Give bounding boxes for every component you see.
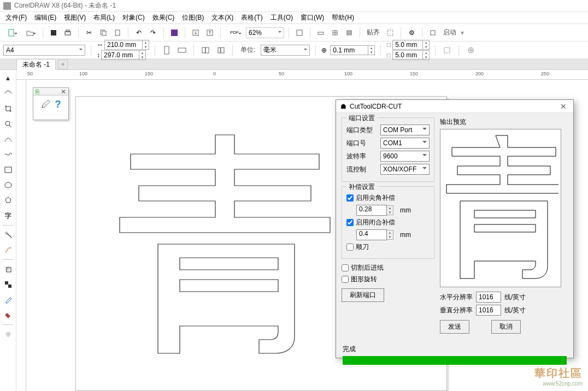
grid-button[interactable] bbox=[329, 27, 341, 39]
dup-y-input[interactable]: 5.0 mm bbox=[392, 50, 423, 60]
menu-file[interactable]: 文件(F) bbox=[5, 13, 27, 22]
send-button[interactable]: 发送 bbox=[440, 320, 469, 334]
dup-x-input[interactable]: 5.0 mm bbox=[392, 40, 423, 50]
menu-layout[interactable]: 布局(L) bbox=[93, 13, 115, 22]
dialog-titlebar[interactable]: ☗CutToolCDR-CUT ✕ bbox=[336, 100, 573, 113]
page-width-spinner[interactable]: ▲▼ bbox=[143, 40, 149, 50]
sharp-comp-check[interactable] bbox=[346, 194, 354, 202]
units-combo[interactable]: 毫米 bbox=[261, 45, 310, 56]
shadow-tool[interactable] bbox=[2, 263, 14, 275]
followknife-check[interactable] bbox=[346, 244, 354, 251]
menu-edit[interactable]: 编辑(E) bbox=[34, 13, 56, 22]
parallel-tool[interactable] bbox=[2, 229, 14, 241]
sharp-value-input[interactable]: 0.28 bbox=[356, 205, 387, 216]
transparency-tool[interactable] bbox=[2, 279, 14, 291]
page-height-spinner[interactable]: ▲▼ bbox=[139, 50, 146, 60]
menu-effects[interactable]: 效果(C) bbox=[152, 13, 175, 22]
shape-tool[interactable] bbox=[2, 87, 14, 99]
more-tools[interactable]: ⊕ bbox=[2, 328, 14, 340]
sharp-spinner[interactable]: ▲▼ bbox=[387, 205, 393, 215]
zoom-combo[interactable]: 62% bbox=[246, 27, 284, 38]
fullscreen-button[interactable] bbox=[293, 27, 305, 39]
menu-window[interactable]: 窗口(W) bbox=[301, 13, 324, 22]
fill-tool[interactable] bbox=[2, 309, 14, 321]
eyedropper-tool[interactable] bbox=[2, 294, 14, 306]
undo-button[interactable]: ↶ bbox=[133, 27, 145, 39]
search-button[interactable] bbox=[168, 27, 180, 39]
pdf-button[interactable]: PDF bbox=[225, 27, 244, 39]
redo-button[interactable]: ↷ bbox=[147, 27, 159, 39]
nudge-input[interactable]: 0.1 mm bbox=[330, 45, 368, 55]
dup-y-spinner[interactable]: ▲▼ bbox=[423, 50, 430, 60]
options-button[interactable]: ⚙ bbox=[405, 27, 418, 39]
svg-rect-10 bbox=[297, 30, 302, 35]
feed-check[interactable] bbox=[342, 264, 349, 271]
pick-tool[interactable]: ▲ bbox=[2, 72, 14, 84]
flow-select[interactable]: XON/XOFF bbox=[380, 164, 430, 175]
add-button[interactable]: ⊕ bbox=[464, 44, 477, 56]
portrait-button[interactable] bbox=[161, 44, 173, 56]
print-button[interactable] bbox=[62, 27, 74, 39]
dup-x-spinner[interactable]: ▲▼ bbox=[423, 40, 430, 50]
port-number-select[interactable]: COM1 bbox=[380, 138, 430, 149]
palette-header[interactable]: ⎘✕ bbox=[33, 88, 68, 96]
close-spinner[interactable]: ▲▼ bbox=[387, 230, 393, 240]
snap-label[interactable]: 贴齐 bbox=[367, 28, 380, 37]
cancel-button[interactable]: 取消 bbox=[491, 320, 521, 334]
menu-object[interactable]: 对象(C) bbox=[122, 13, 145, 22]
hres-input[interactable] bbox=[476, 292, 501, 303]
port-type-select[interactable]: COM Port bbox=[380, 125, 430, 135]
copy-button[interactable] bbox=[97, 27, 109, 39]
rotate-check[interactable] bbox=[342, 276, 349, 283]
palette-pin-icon[interactable]: ⎘ bbox=[36, 88, 39, 95]
floating-palette[interactable]: ⎘✕ 🖊 ? bbox=[33, 87, 69, 120]
plugin-help-icon[interactable]: ? bbox=[55, 99, 61, 110]
menu-view[interactable]: 视图(V) bbox=[64, 13, 86, 22]
rectangle-tool[interactable] bbox=[2, 164, 14, 176]
close-comp-check[interactable] bbox=[346, 219, 354, 226]
vres-input[interactable] bbox=[476, 305, 501, 316]
landscape-button[interactable] bbox=[176, 44, 188, 56]
menu-text[interactable]: 文本(X) bbox=[211, 13, 233, 22]
paper-size-combo[interactable]: A4 bbox=[3, 45, 85, 56]
paste-button[interactable] bbox=[111, 27, 124, 39]
menu-tools[interactable]: 工具(O) bbox=[271, 13, 293, 22]
menu-table[interactable]: 表格(T) bbox=[241, 13, 262, 22]
snap-options[interactable] bbox=[384, 27, 396, 39]
launch-label[interactable]: 启动 bbox=[443, 28, 456, 37]
add-doc-tab[interactable]: + bbox=[58, 60, 68, 69]
text-tool[interactable]: 字 bbox=[2, 210, 14, 222]
nudge-spinner[interactable]: ▲▼ bbox=[368, 45, 375, 55]
close-value-input[interactable]: 0.4 bbox=[356, 229, 387, 240]
zoom-tool[interactable] bbox=[2, 118, 14, 130]
launch-button[interactable] bbox=[427, 27, 439, 39]
connector-tool[interactable] bbox=[2, 244, 14, 256]
svg-rect-6 bbox=[115, 30, 120, 35]
artistic-tool[interactable] bbox=[2, 149, 14, 161]
baud-select[interactable]: 9600 bbox=[380, 151, 430, 162]
polygon-tool[interactable] bbox=[2, 194, 14, 206]
crop-tool[interactable] bbox=[2, 103, 14, 115]
new-button[interactable] bbox=[3, 27, 20, 39]
all-pages-button[interactable] bbox=[199, 44, 211, 56]
menu-bitmap[interactable]: 位图(B) bbox=[182, 13, 204, 22]
ellipse-tool[interactable] bbox=[2, 179, 14, 191]
dialog-close-button[interactable]: ✕ bbox=[560, 102, 569, 111]
plugin-tool-icon[interactable]: 🖊 bbox=[41, 99, 51, 110]
open-button[interactable] bbox=[22, 27, 38, 39]
document-tab[interactable]: 未命名 -1 bbox=[16, 59, 56, 70]
rulers-button[interactable] bbox=[315, 27, 327, 39]
guides-button[interactable] bbox=[343, 27, 355, 39]
cut-button[interactable]: ✂ bbox=[83, 27, 95, 39]
refresh-port-button[interactable]: 刷新端口 bbox=[342, 288, 384, 302]
import-button[interactable] bbox=[190, 27, 202, 39]
export-button[interactable] bbox=[204, 27, 216, 39]
freehand-tool[interactable] bbox=[2, 133, 14, 145]
current-page-button[interactable] bbox=[215, 44, 227, 56]
treat-as-filled-button[interactable] bbox=[441, 44, 453, 56]
save-button[interactable] bbox=[48, 27, 60, 39]
page-width-input[interactable]: 210.0 mm bbox=[104, 40, 143, 50]
palette-close-icon[interactable]: ✕ bbox=[61, 88, 66, 95]
page-height-input[interactable]: 297.0 mm bbox=[101, 50, 139, 60]
menu-help[interactable]: 帮助(H) bbox=[332, 13, 354, 22]
